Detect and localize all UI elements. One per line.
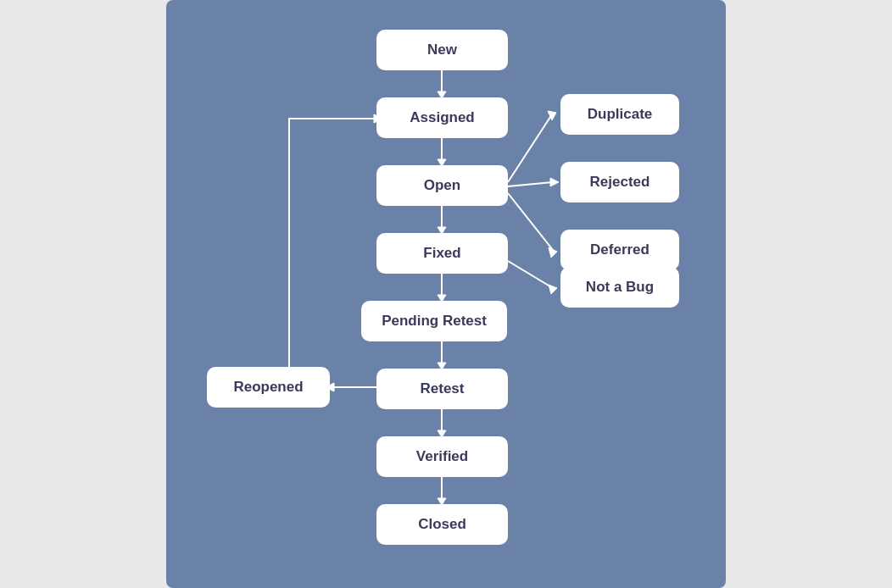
svg-line-14 — [508, 114, 552, 182]
node-duplicate: Duplicate — [560, 94, 679, 135]
svg-marker-19 — [549, 247, 557, 258]
svg-marker-17 — [550, 178, 559, 186]
node-open: Open — [376, 165, 508, 206]
node-verified: Verified — [376, 436, 508, 477]
node-retest: Retest — [376, 369, 508, 409]
node-deferred: Deferred — [560, 230, 679, 270]
svg-marker-15 — [548, 111, 556, 120]
node-assigned: Assigned — [376, 97, 508, 138]
node-pending-retest: Pending Retest — [361, 301, 507, 341]
diagram-container: New Assigned Open Fixed Pending Retest R… — [166, 0, 726, 588]
node-fixed: Fixed — [376, 233, 508, 274]
svg-line-20 — [508, 261, 553, 288]
svg-line-16 — [508, 182, 553, 186]
svg-line-18 — [508, 193, 553, 250]
node-not-a-bug: Not a Bug — [560, 267, 679, 308]
node-closed: Closed — [376, 504, 508, 545]
svg-marker-21 — [549, 285, 557, 294]
node-reopened: Reopened — [207, 367, 330, 408]
node-rejected: Rejected — [560, 162, 679, 202]
node-new: New — [376, 30, 508, 70]
